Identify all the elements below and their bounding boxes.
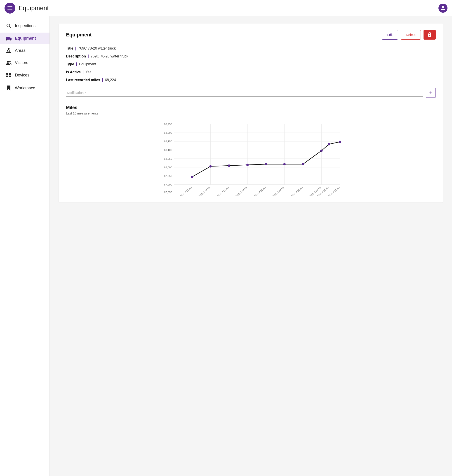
svg-point-49 bbox=[302, 163, 304, 165]
sidebar-label-areas: Areas bbox=[15, 48, 26, 53]
card-actions: Edit Delete bbox=[382, 30, 436, 40]
people-icon bbox=[6, 60, 12, 65]
field-miles: Last recorded miles | 68,224 bbox=[66, 78, 436, 82]
sidebar-label-workspace: Workspace bbox=[15, 86, 35, 90]
svg-text:67,950: 67,950 bbox=[164, 174, 172, 177]
delete-button[interactable]: Delete bbox=[401, 30, 421, 40]
svg-point-46 bbox=[246, 164, 249, 166]
svg-text:8/3/2022, 7:14 AM: 8/3/2022, 7:14 AM bbox=[213, 186, 229, 196]
svg-point-51 bbox=[328, 143, 330, 145]
svg-point-16 bbox=[429, 35, 430, 36]
svg-text:8/8/2022, 8:20 AM: 8/8/2022, 8:20 AM bbox=[269, 186, 285, 196]
svg-text:8/1/2022, 8:19 AM: 8/1/2022, 8:19 AM bbox=[195, 186, 211, 196]
sidebar-label-equipment: Equipment bbox=[15, 36, 36, 41]
camera-icon bbox=[6, 48, 12, 53]
detail-fields: Title | 769C 78-20 water truck Descripti… bbox=[66, 46, 436, 82]
svg-text:68,050: 68,050 bbox=[164, 157, 172, 160]
card-title: Equipment bbox=[66, 32, 92, 38]
field-type: Type | Equipment bbox=[66, 62, 436, 67]
svg-text:68,100: 68,100 bbox=[164, 148, 172, 151]
svg-text:67,900: 67,900 bbox=[164, 183, 172, 186]
svg-point-50 bbox=[320, 150, 323, 152]
field-description: Description | 769C 78-20 water truck bbox=[66, 54, 436, 59]
sidebar-item-visitors[interactable]: Visitors bbox=[0, 57, 49, 68]
chart-container: 68,250 68,200 68,150 68,100 68,050 68,00… bbox=[66, 119, 436, 196]
svg-text:68,150: 68,150 bbox=[164, 140, 172, 143]
svg-point-7 bbox=[7, 49, 10, 52]
svg-point-5 bbox=[10, 39, 11, 41]
svg-point-45 bbox=[228, 164, 230, 167]
svg-text:8/5/2022, 8:09 AM: 8/5/2022, 8:09 AM bbox=[250, 186, 266, 196]
user-avatar[interactable] bbox=[439, 4, 447, 13]
svg-point-9 bbox=[7, 61, 9, 63]
svg-rect-8 bbox=[8, 48, 9, 49]
svg-rect-13 bbox=[6, 75, 8, 77]
svg-point-4 bbox=[6, 39, 7, 41]
edit-button[interactable]: Edit bbox=[382, 30, 398, 40]
sidebar-label-inspections: Inspections bbox=[15, 24, 35, 28]
svg-point-52 bbox=[339, 141, 341, 143]
svg-rect-11 bbox=[6, 73, 8, 75]
equipment-card: Equipment Edit Delete Title bbox=[59, 24, 443, 203]
svg-line-1 bbox=[9, 27, 11, 28]
search-icon bbox=[6, 23, 12, 28]
sidebar-item-inspections[interactable]: Inspections bbox=[0, 20, 49, 32]
sidebar-item-areas[interactable]: Areas bbox=[0, 45, 49, 56]
svg-text:68,250: 68,250 bbox=[164, 123, 172, 126]
lock-button[interactable] bbox=[424, 30, 436, 40]
grid-icon bbox=[6, 72, 12, 78]
chart-subtitle: Last 10 measurements bbox=[66, 112, 436, 115]
sidebar-item-devices[interactable]: Devices bbox=[0, 69, 49, 81]
svg-point-47 bbox=[265, 163, 267, 165]
svg-text:67,850: 67,850 bbox=[164, 191, 172, 194]
menu-button[interactable] bbox=[5, 3, 15, 14]
field-title: Title | 769C 78-20 water truck bbox=[66, 46, 436, 51]
notification-row: + bbox=[66, 88, 436, 98]
sidebar-label-visitors: Visitors bbox=[15, 61, 28, 65]
svg-marker-3 bbox=[9, 37, 12, 40]
svg-point-44 bbox=[209, 165, 212, 168]
svg-rect-14 bbox=[9, 75, 11, 77]
svg-text:68,200: 68,200 bbox=[164, 131, 172, 134]
chart-section: Miles Last 10 measurements bbox=[66, 105, 436, 196]
hamburger-icon bbox=[7, 6, 13, 10]
sidebar: Inspections Equipment Areas Visitors bbox=[0, 16, 50, 476]
miles-chart-svg: 68,250 68,200 68,150 68,100 68,050 68,00… bbox=[66, 119, 436, 196]
sidebar-item-workspace[interactable]: Workspace bbox=[0, 82, 49, 94]
svg-text:68,000: 68,000 bbox=[164, 166, 172, 169]
bookmark-icon bbox=[6, 85, 12, 91]
field-active: Is Active | Yes bbox=[66, 70, 436, 75]
main-content: Equipment Edit Delete Title bbox=[50, 16, 452, 476]
card-header: Equipment Edit Delete bbox=[66, 30, 436, 40]
sidebar-label-devices: Devices bbox=[15, 73, 29, 78]
add-notification-button[interactable]: + bbox=[426, 88, 436, 98]
svg-rect-2 bbox=[6, 37, 9, 40]
svg-point-43 bbox=[191, 176, 193, 178]
notification-input[interactable] bbox=[66, 89, 423, 97]
svg-text:8/8/2022, 9:00 AM: 8/8/2022, 9:00 AM bbox=[287, 186, 303, 196]
sidebar-item-equipment[interactable]: Equipment bbox=[0, 33, 49, 44]
svg-point-48 bbox=[283, 163, 286, 165]
app-header: Equipment bbox=[0, 0, 452, 16]
svg-text:7/13/2022, 7:23 AM: 7/13/2022, 7:23 AM bbox=[176, 186, 192, 196]
chart-title: Miles bbox=[66, 105, 436, 110]
svg-text:8/4/2022, 7:13 AM: 8/4/2022, 7:13 AM bbox=[232, 186, 248, 196]
svg-point-10 bbox=[9, 61, 11, 62]
page-title: Equipment bbox=[19, 5, 49, 12]
truck-icon bbox=[6, 36, 12, 41]
svg-rect-12 bbox=[9, 73, 11, 75]
